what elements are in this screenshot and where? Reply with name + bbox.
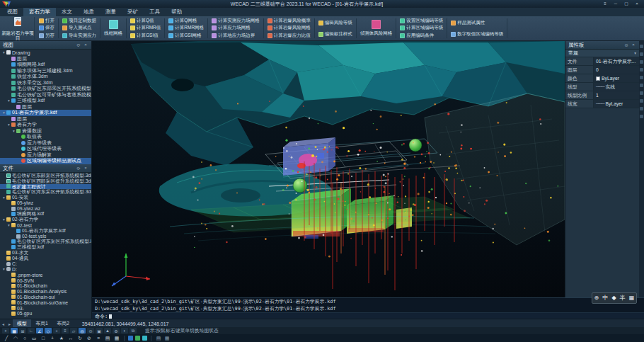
properties-section-general[interactable]: 常规 ▾ (565, 50, 639, 57)
layers-tool[interactable]: ≡ (95, 336, 102, 341)
line-tool[interactable]: ╱ (3, 336, 10, 341)
transparency-toggle[interactable]: ▱ (70, 328, 77, 334)
snap-toggle[interactable]: ⊞ (19, 328, 26, 334)
view-tree-item-6[interactable]: 铁水采空区.3dm (0, 80, 91, 86)
ime-lang-toggle[interactable]: 中 (602, 294, 608, 302)
ribbon-button-4-1[interactable]: 计算Q值 (129, 17, 162, 24)
menu-item-4[interactable]: 地质 (78, 8, 100, 16)
file-tree-item-9[interactable]: ▾02-岩石力学 (0, 217, 91, 222)
ribbon-button-4-2[interactable]: 计算RMR值 (129, 25, 162, 32)
property-value[interactable]: ByLayer (594, 74, 639, 82)
minimize-button[interactable]: ─ (611, 1, 621, 7)
ribbon-button-1-3[interactable]: 另存 (38, 33, 56, 40)
circle-tool[interactable]: ○ (21, 336, 28, 341)
menu-item-2[interactable]: 岩石力学 (23, 8, 56, 16)
orbit-tool-icon[interactable] (640, 60, 643, 64)
ucs-toggle[interactable]: ⌖ (2, 328, 9, 334)
file-tree-item-2[interactable]: 毛公铁矿区西部采区提升系统模型.3dm (0, 178, 91, 184)
view-tree-item-5[interactable]: 铁盆水体.3dm (0, 74, 91, 80)
options-button[interactable]: ≡ (600, 1, 610, 7)
view-tree-item-13[interactable]: ▾岩石力学 (0, 122, 91, 128)
command-area[interactable]: D:\wecad_sdk_ky\3d_cad_2\bin_git\矿区-典型方案… (92, 297, 644, 319)
view-tree-item-19[interactable]: 区域细编等级样品测试点 (0, 158, 91, 164)
file-tree-item-4[interactable]: 毛公铁矿区河东采区开拓系统模型.3dm (0, 189, 91, 195)
star-tool[interactable]: ★ (58, 336, 65, 341)
file-tree-item-5[interactable]: ▾01-安装 (0, 195, 91, 200)
ime-keyboard-icon[interactable]: ▦ (629, 294, 635, 302)
layer-color-swatch-1[interactable] (128, 336, 133, 341)
maximize-button[interactable]: ▢ (621, 1, 631, 7)
view-tree-item-14[interactable]: ▾岩爆数据 (0, 128, 91, 135)
dyn-input-toggle[interactable]: ◎ (79, 328, 86, 334)
close-panel-icon[interactable]: × (83, 42, 88, 47)
grid-toggle[interactable]: ▦ (11, 328, 18, 334)
view-tree-item-16[interactable]: 应力等级表 (0, 140, 91, 147)
file-tree-item-20[interactable]: 00-SVN (0, 278, 91, 283)
close-button[interactable]: × (632, 1, 642, 7)
close-panel-icon[interactable]: × (631, 42, 636, 47)
file-tree-item-21[interactable]: 01-Blockchain (0, 283, 91, 289)
ribbon-button-3-1[interactable]: 线框网格 (103, 20, 124, 37)
file-tree-item-16[interactable]: 04-通风 (0, 256, 91, 261)
menu-item-7[interactable]: 工具 (144, 8, 166, 16)
property-value[interactable]: 0 (594, 66, 639, 74)
file-tree-item-6[interactable]: 09-ylwz (0, 200, 91, 206)
pan-tool-icon[interactable] (640, 45, 643, 48)
ribbon-button-7-1[interactable]: 计算岩爆风险概率 (266, 17, 312, 24)
rect-tool[interactable]: ▭ (30, 336, 38, 341)
file-tree-item-15[interactable]: 03-水文 (0, 250, 91, 256)
menu-item-5[interactable]: 测量 (100, 8, 122, 16)
layers-icon[interactable] (640, 76, 643, 79)
erase-tool[interactable]: ⊘ (86, 336, 93, 341)
point-tool[interactable]: + (49, 336, 56, 341)
osnap-toggle[interactable]: ◇ (45, 328, 52, 334)
menu-item-8[interactable]: 帮助 (166, 8, 188, 16)
annotation-toggle[interactable]: ▲ (104, 328, 111, 334)
file-tree-item-1[interactable]: 毛公铁矿区东部采区开拓系统模型.3dm (0, 173, 91, 178)
close-panel-icon[interactable]: × (83, 166, 88, 171)
file-tree-item-8[interactable]: 细圈网格.kdf (0, 212, 91, 217)
file-tree-item-26[interactable]: 05-gpu (0, 311, 91, 317)
file-tree-item-19[interactable]: .pnpm-store (0, 272, 91, 278)
rotate-tool[interactable]: ↻ (76, 336, 84, 341)
file-tree-item-14[interactable]: 三维模型.kdf (0, 244, 91, 250)
lineweight-toggle[interactable]: ≡ (62, 328, 69, 334)
viewport-3d[interactable] (92, 41, 565, 297)
model-space-toggle[interactable]: ▣ (96, 328, 103, 334)
file-tree-item-3[interactable]: 改扩建工程设计 (0, 184, 91, 190)
ribbon-button-6-3[interactable]: 计算地应力场边界 (210, 33, 261, 40)
camera-icon[interactable] (640, 91, 643, 95)
view-tree-item-12[interactable]: 图层 (0, 116, 91, 122)
file-tree-item-23[interactable]: 01-Blockchain-sui (0, 295, 91, 300)
menu-item-3[interactable]: 水文 (56, 8, 78, 16)
view-tree-item-15[interactable]: 取值表 (0, 134, 91, 140)
ribbon-button-7-2[interactable]: 计算岩爆风险网格 (266, 25, 312, 32)
file-tree-item-24[interactable]: 01-Blockchain-suiGame (0, 300, 91, 305)
home-view-icon[interactable] (640, 115, 643, 118)
file-tree-item-25[interactable]: 03- (0, 305, 91, 311)
polar-toggle[interactable]: ∠ (36, 328, 43, 334)
pin-panel-icon[interactable]: ⊙ (623, 42, 629, 47)
file-tree-item-17[interactable]: C: (0, 261, 91, 267)
settings-icon[interactable] (640, 107, 643, 110)
view-tree-item-10[interactable]: 图层 (0, 104, 91, 110)
sheet-icon[interactable]: ▤ (155, 336, 162, 341)
tab-scroll-right-icon[interactable]: ▸ (6, 321, 13, 326)
tab-scroll-left-icon[interactable]: ◂ (0, 321, 6, 326)
measure-tool-icon[interactable] (640, 68, 643, 72)
view-tree-item-11[interactable]: ▾01-岩石力学展示.kdf (0, 110, 91, 116)
property-value[interactable]: 1 (594, 91, 639, 99)
ribbon-button-5-1[interactable]: 计算Q网格 (167, 17, 205, 24)
zoom-tool-icon[interactable] (640, 52, 643, 56)
selection-cycling-toggle[interactable]: ⧉ (130, 328, 137, 334)
view-tree-item-3[interactable]: 细圈网格.kdf (0, 62, 91, 68)
layer-color-swatch-2[interactable] (135, 336, 140, 341)
quick-props-toggle[interactable]: ⊙ (87, 328, 94, 334)
ribbon-button-9-1[interactable]: 侦测体风险网格 (359, 20, 394, 37)
ribbon-button-5-2[interactable]: 计算RMR网格 (167, 25, 205, 32)
ribbon-button-1-2[interactable]: 保存 (38, 25, 56, 32)
file-tree-item-11[interactable]: 01-岩石力学展示.kdf (0, 228, 91, 234)
arc-tool[interactable]: ◠ (12, 336, 19, 341)
ribbon-button-11-1[interactable]: 样品测试属性 (449, 19, 505, 26)
ribbon-button-8-2[interactable]: 编辑标注样式 (317, 30, 354, 38)
